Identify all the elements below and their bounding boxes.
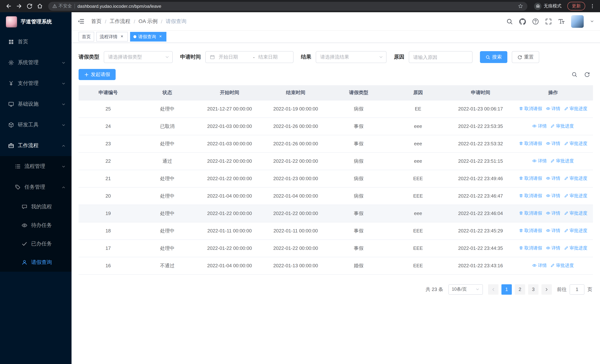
goto-label: 前往: [557, 286, 567, 293]
apply-time-range-picker[interactable]: 开始日期 - 结束日期: [205, 51, 293, 63]
progress-link[interactable]: 审批进度: [564, 106, 587, 112]
breadcrumb-home[interactable]: 首页: [91, 18, 102, 25]
cancel-link[interactable]: 取消请假: [519, 106, 542, 112]
app-logo[interactable]: 芋道管理系统: [0, 12, 72, 31]
breadcrumb-workflow[interactable]: 工作流程: [110, 18, 131, 25]
tag-icon: [15, 184, 21, 190]
table-refresh-icon[interactable]: [584, 72, 590, 77]
sidebar-item-done-tasks[interactable]: 已办任务: [0, 235, 72, 253]
start-time-cell: 2022-01-11 00:00:00: [197, 222, 262, 239]
goto-page-input[interactable]: [570, 284, 584, 295]
detail-link[interactable]: 详情: [546, 245, 560, 251]
detail-link[interactable]: 详情: [532, 123, 547, 129]
detail-link[interactable]: 详情: [532, 262, 547, 269]
progress-link[interactable]: 审批进度: [551, 123, 574, 129]
detail-link[interactable]: 详情: [546, 106, 560, 112]
browser-refresh-button[interactable]: [24, 1, 34, 11]
reason-cell: EEE: [388, 239, 448, 257]
browser-home-button[interactable]: [35, 1, 45, 11]
avatar-caret-icon[interactable]: [590, 19, 594, 23]
sidebar-item-my-process[interactable]: 我的流程: [0, 197, 72, 216]
sidebar-item-task-mgmt[interactable]: 任务管理: [0, 177, 72, 197]
chevron-down-icon: [62, 164, 66, 168]
cancel-link[interactable]: 取消请假: [519, 175, 542, 182]
browser-forward-button[interactable]: [14, 1, 24, 11]
chevron-left-icon: [491, 287, 496, 291]
table-row: 17处理中2022-01-22 00:00:002022-01-22 00:00…: [79, 239, 593, 257]
progress-link[interactable]: 审批进度: [551, 262, 574, 269]
progress-link[interactable]: 审批进度: [564, 193, 587, 199]
sidebar-item-system[interactable]: 系统管理: [0, 52, 72, 73]
tab-leave-query[interactable]: 请假查询 ×: [130, 32, 166, 42]
progress-link[interactable]: 审批进度: [564, 210, 587, 216]
tab-home[interactable]: 首页: [79, 32, 94, 42]
kebab-menu-icon: [590, 3, 595, 9]
reset-button[interactable]: 重置: [512, 51, 539, 63]
browser-back-button[interactable]: [4, 1, 13, 11]
leave-type-cell: 事假: [329, 239, 388, 257]
help-icon[interactable]: [532, 18, 539, 25]
sidebar-item-payment[interactable]: 支付管理: [0, 73, 72, 94]
cancel-link[interactable]: 取消请假: [519, 210, 542, 216]
next-page-button[interactable]: [542, 284, 552, 295]
sidebar-item-todo-tasks[interactable]: 待办任务: [0, 216, 72, 235]
header-tools: [506, 15, 594, 28]
breadcrumb-current: 请假查询: [166, 18, 187, 25]
progress-link[interactable]: 审批进度: [564, 140, 587, 147]
user-avatar[interactable]: [571, 15, 584, 28]
browser-menu-button[interactable]: [588, 2, 596, 10]
sidebar-item-process-mgmt[interactable]: 流程管理: [0, 156, 72, 177]
sidebar-item-workflow[interactable]: 工作流程: [0, 135, 72, 156]
cancel-link[interactable]: 取消请假: [519, 245, 542, 251]
create-leave-button[interactable]: 发起请假: [79, 69, 116, 80]
sidebar-collapse-icon[interactable]: [77, 18, 84, 25]
detail-link[interactable]: 详情: [546, 210, 560, 216]
search-button[interactable]: 搜索: [480, 51, 507, 63]
font-size-icon[interactable]: [558, 18, 565, 25]
fullscreen-icon[interactable]: [545, 18, 552, 25]
reason-input[interactable]: [409, 51, 472, 63]
search-toggle-icon[interactable]: [572, 72, 577, 77]
trash-icon: [519, 107, 523, 111]
cancel-link[interactable]: 取消请假: [519, 140, 542, 147]
tab-process-detail[interactable]: 流程详情 ×: [96, 32, 128, 42]
detail-link[interactable]: 详情: [532, 158, 547, 164]
detail-link[interactable]: 详情: [546, 140, 560, 147]
end-time-cell: 2022-01-26 00:00:00: [262, 135, 329, 152]
github-icon[interactable]: [519, 18, 526, 25]
leave-type-select[interactable]: 请选择请假类型: [104, 51, 173, 63]
page-button-1[interactable]: 1: [501, 284, 512, 295]
progress-link[interactable]: 审批进度: [564, 175, 587, 182]
cancel-link[interactable]: 取消请假: [519, 228, 542, 234]
start-time-cell: 2022-01-03 00:00:00: [197, 118, 262, 135]
result-select[interactable]: 请选择流结果: [316, 51, 386, 63]
bookmark-star-icon[interactable]: [518, 3, 523, 9]
progress-link[interactable]: 审批进度: [564, 245, 587, 251]
security-indicator[interactable]: 不安全: [52, 3, 72, 9]
page-button-2[interactable]: 2: [515, 284, 525, 295]
sidebar-item-infra[interactable]: 基础设施: [0, 94, 72, 114]
page-button-3[interactable]: 3: [528, 284, 538, 295]
close-icon[interactable]: ×: [158, 34, 163, 39]
progress-link[interactable]: 审批进度: [564, 228, 587, 234]
sidebar-item-home[interactable]: 首页: [0, 31, 72, 52]
close-icon[interactable]: ×: [119, 34, 124, 39]
sidebar-item-devtools[interactable]: 研发工具: [0, 114, 72, 135]
address-bar[interactable]: 不安全 dashboard.yudao.iocoder.cn/bpm/oa/le…: [48, 2, 527, 10]
breadcrumb-oa-example[interactable]: OA 示例: [139, 18, 158, 25]
cancel-link[interactable]: 取消请假: [519, 193, 542, 199]
progress-link[interactable]: 审批进度: [551, 158, 574, 164]
sidebar-item-leave-query[interactable]: 请假查询: [0, 253, 72, 272]
detail-link[interactable]: 详情: [546, 228, 560, 234]
search-icon[interactable]: [506, 18, 513, 25]
chat-icon: [21, 204, 28, 210]
eye-icon: [546, 229, 550, 233]
apply-id-cell: 22: [79, 152, 138, 170]
apply-time-cell: 2022-01-22 23:45:29: [448, 222, 513, 239]
prev-page-button[interactable]: [488, 284, 498, 295]
browser-update-button[interactable]: 更新: [567, 2, 585, 10]
detail-link[interactable]: 详情: [546, 193, 560, 199]
page-size-select[interactable]: 10条/页: [449, 284, 483, 295]
detail-link[interactable]: 详情: [546, 175, 560, 182]
end-time-cell: 2022-01-22 00:00:00: [262, 152, 329, 170]
